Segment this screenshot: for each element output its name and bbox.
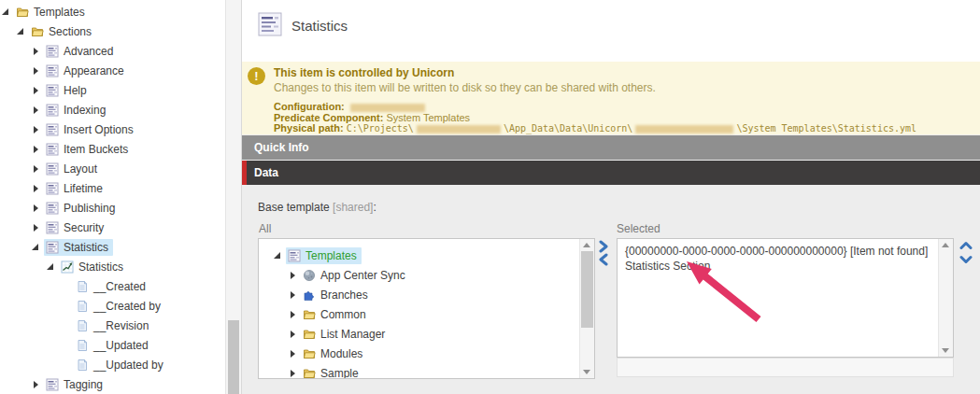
section-icon xyxy=(46,241,59,254)
tree-item-advanced[interactable]: Advanced xyxy=(0,41,225,61)
caret-collapsed-icon[interactable] xyxy=(32,105,44,116)
scrollbar-thumb[interactable] xyxy=(581,251,593,328)
caret-expanded-icon[interactable] xyxy=(17,26,29,37)
selected-listbox-scrollbar[interactable] xyxy=(938,239,953,357)
caret-expanded-icon[interactable] xyxy=(47,261,59,273)
tree-item-templates[interactable]: Templates xyxy=(259,246,579,265)
tree-item-updated[interactable]: __Updated xyxy=(0,335,225,355)
tree-item-content: Sample xyxy=(301,365,363,380)
caret-spacer xyxy=(62,301,74,312)
tree-item-label: App Center Sync xyxy=(320,269,405,282)
configuration-row: Configuration: xyxy=(274,102,971,113)
tree-item-layout[interactable]: Layout xyxy=(0,159,225,178)
section-header-data[interactable]: Data xyxy=(242,161,980,185)
caret-collapsed-icon[interactable] xyxy=(32,163,44,175)
caret-collapsed-icon[interactable] xyxy=(32,222,44,233)
tree-item-insert-options[interactable]: Insert Options xyxy=(0,120,225,139)
content-editor-window: TemplatesSectionsAdvancedAppearanceHelpI… xyxy=(0,0,980,394)
caret-collapsed-icon[interactable] xyxy=(32,183,44,194)
tree-item-common[interactable]: Common xyxy=(259,304,579,324)
caret-collapsed-icon[interactable] xyxy=(32,65,44,77)
caret-collapsed-icon[interactable] xyxy=(289,348,301,359)
scroll-down-icon[interactable] xyxy=(583,370,590,374)
tree-item-content: Help xyxy=(44,82,92,99)
tree-item-modules[interactable]: Modules xyxy=(259,344,579,363)
tree-item-help[interactable]: Help xyxy=(0,80,225,100)
field-icon xyxy=(76,359,89,372)
caret-collapsed-icon[interactable] xyxy=(32,124,44,135)
field-icon xyxy=(76,339,89,352)
tree-item-appearance[interactable]: Appearance xyxy=(0,61,225,80)
tree-item-tagging[interactable]: Tagging xyxy=(0,374,225,394)
tree-item-statistics[interactable]: Statistics xyxy=(0,237,225,257)
selected-templates-listbox[interactable]: {00000000-0000-0000-0000-000000000000} [… xyxy=(617,238,954,358)
tree-item-label: Security xyxy=(64,221,104,234)
tree-item-selected-highlight: Statistics xyxy=(44,239,113,256)
content-tree-scrollbar[interactable] xyxy=(225,0,241,394)
tree-item-content: Insert Options xyxy=(44,121,138,138)
add-to-selected-button[interactable] xyxy=(597,240,610,253)
caret-collapsed-icon[interactable] xyxy=(32,203,44,214)
tree-item-content: __Updated xyxy=(74,337,153,354)
section-icon xyxy=(46,84,59,97)
scrollbar-thumb[interactable] xyxy=(228,320,239,394)
caret-collapsed-icon[interactable] xyxy=(32,144,44,155)
tree-item-content: __Created xyxy=(74,278,150,295)
tree-item-indexing[interactable]: Indexing xyxy=(0,100,225,120)
tree-item-publishing[interactable]: Publishing xyxy=(0,198,225,218)
tree-item-lifetime[interactable]: Lifetime xyxy=(0,178,225,198)
tree-item-content: Security xyxy=(44,219,108,236)
scroll-up-icon[interactable] xyxy=(583,243,590,247)
tree-item-content: App Center Sync xyxy=(301,267,410,284)
tree-item-created-by[interactable]: __Created by xyxy=(0,296,225,316)
tree-item-sections[interactable]: Sections xyxy=(0,21,225,41)
caret-collapsed-icon[interactable] xyxy=(32,46,44,57)
tree-item-app-center-sync[interactable]: App Center Sync xyxy=(259,265,579,285)
caret-expanded-icon[interactable] xyxy=(32,242,44,253)
move-down-button[interactable] xyxy=(959,253,973,266)
chevron-up-icon xyxy=(961,244,971,248)
caret-expanded-icon[interactable] xyxy=(274,250,286,261)
caret-collapsed-icon[interactable] xyxy=(289,289,301,301)
caret-collapsed-icon[interactable] xyxy=(32,85,44,96)
all-templates-listbox[interactable]: TemplatesApp Center SyncBranchesCommonLi… xyxy=(258,238,595,379)
warning-body: Changes to this item will be written to … xyxy=(274,81,971,94)
tree-item-statistics[interactable]: Statistics xyxy=(0,257,225,276)
field-name: Base template xyxy=(258,201,330,214)
tree-item-templates[interactable]: Templates xyxy=(0,2,225,21)
caret-collapsed-icon[interactable] xyxy=(289,368,301,379)
scroll-up-icon[interactable] xyxy=(942,243,949,247)
tree-item-revision[interactable]: __Revision xyxy=(0,316,225,335)
tree-item-label: Branches xyxy=(320,288,368,302)
tree-item-content: Branches xyxy=(301,287,373,303)
tree-item-security[interactable]: Security xyxy=(0,218,225,237)
remove-from-selected-button[interactable] xyxy=(597,253,610,266)
section-icon xyxy=(46,221,59,234)
caret-expanded-icon[interactable] xyxy=(2,7,14,18)
tree-item-sample[interactable]: Sample xyxy=(259,363,579,379)
move-up-button[interactable] xyxy=(959,239,973,252)
tree-item-branches[interactable]: Branches xyxy=(259,285,579,304)
section-icon xyxy=(46,182,59,195)
tree-item-created[interactable]: __Created xyxy=(0,276,225,296)
section-header-quick-info[interactable]: Quick Info xyxy=(242,135,980,160)
caret-collapsed-icon[interactable] xyxy=(289,270,301,281)
caret-spacer xyxy=(62,340,74,351)
tree-item-content: Sections xyxy=(29,23,96,40)
selected-item[interactable]: Statistics Section xyxy=(618,260,938,274)
tree-item-list-manager[interactable]: List Manager xyxy=(259,324,579,344)
tree-item-label: Lifetime xyxy=(64,182,103,195)
scroll-down-icon[interactable] xyxy=(942,348,949,353)
section-icon xyxy=(46,162,59,176)
caret-collapsed-icon[interactable] xyxy=(289,309,301,320)
tree-item-content: __Revision xyxy=(74,317,153,334)
caret-collapsed-icon[interactable] xyxy=(32,379,44,390)
tree-item-updated-by[interactable]: __Updated by xyxy=(0,355,225,374)
tree-item-item-buckets[interactable]: Item Buckets xyxy=(0,139,225,159)
selected-item[interactable]: {00000000-0000-0000-0000-000000000000} [… xyxy=(618,245,938,260)
caret-collapsed-icon[interactable] xyxy=(289,329,301,340)
tree-item-content: Lifetime xyxy=(44,180,107,197)
all-listbox-scrollbar[interactable] xyxy=(579,239,594,378)
path-suffix: \System Templates\Statistics.yml xyxy=(736,123,916,134)
folder-icon xyxy=(16,6,29,19)
